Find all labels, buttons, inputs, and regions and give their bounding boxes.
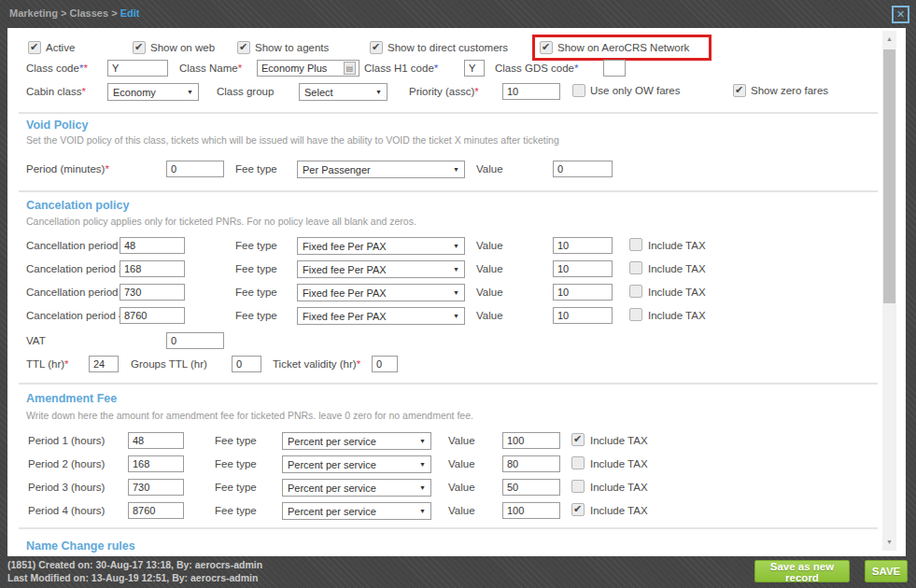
dropdown-arrow-icon: ▼ <box>419 461 426 468</box>
vat-input[interactable] <box>166 332 224 349</box>
ticket-validity-label: Ticket validity (hr)* <box>273 358 360 370</box>
class-name-label: Class Name* <box>179 63 242 74</box>
section-divider <box>19 527 878 529</box>
void-policy-description: Set the VOID policy of this class, ticke… <box>26 134 559 146</box>
show-to-agents-label: Show to agents <box>255 42 329 53</box>
show-zero-fares-checkbox[interactable] <box>733 84 746 97</box>
select-value: Fixed fee Per PAX <box>303 311 387 322</box>
cancellation-period-1-input[interactable] <box>120 237 185 254</box>
value-label: Value <box>448 435 475 446</box>
dropdown-arrow-icon: ▼ <box>187 89 193 95</box>
amendment-period-4-label: Period 4 (hours) <box>28 505 105 516</box>
void-fee-type-select[interactable]: Per Passenger▼ <box>297 161 465 178</box>
class-group-select[interactable]: Select▼ <box>299 83 388 101</box>
cancellation-fee-type-3-select[interactable]: Fixed fee Per PAX▼ <box>297 284 465 301</box>
cabin-class-select[interactable]: Economy▼ <box>107 83 199 101</box>
show-zero-fares-label: Show zero fares <box>751 85 828 96</box>
show-on-web-checkbox[interactable] <box>133 41 146 54</box>
amendment-include-tax-2-checkbox[interactable] <box>571 456 585 469</box>
class-h1-code-input[interactable] <box>464 60 485 77</box>
edit-class-dialog: Active Show on web Show to agents Show t… <box>7 28 906 556</box>
section-divider <box>19 112 878 114</box>
show-on-aerocrs-network-checkbox[interactable] <box>540 41 553 54</box>
cancellation-value-3-input[interactable] <box>553 284 613 301</box>
amendment-value-4-input[interactable] <box>502 502 560 519</box>
class-group-label: Class group <box>217 86 274 97</box>
fee-type-label: Fee type <box>215 505 257 516</box>
scrollbar-up-icon[interactable]: ▲ <box>882 33 896 46</box>
void-period-input[interactable] <box>166 161 224 177</box>
amendment-fee-type-2-select[interactable]: Percent per service▼ <box>282 455 431 473</box>
fee-type-label: Fee type <box>215 435 257 446</box>
scrollbar[interactable]: ▲ ▼ <box>882 31 896 551</box>
use-only-ow-fares-label: Use only OW fares <box>590 85 681 96</box>
show-to-direct-customers-checkbox[interactable] <box>370 41 383 54</box>
include-tax-label: Include TAX <box>590 435 648 446</box>
groups-ttl-label: Groups TTL (hr) <box>131 358 207 370</box>
amendment-include-tax-1-checkbox[interactable] <box>571 433 585 446</box>
name-change-rules-title: Name Change rules <box>26 539 135 553</box>
void-period-label: Period (minutes)* <box>26 163 109 175</box>
cancellation-period-2-input[interactable] <box>120 260 185 277</box>
cancellation-value-4-input[interactable] <box>553 307 613 324</box>
select-value: Fixed fee Per PAX <box>303 287 387 299</box>
show-on-web-label: Show on web <box>150 42 215 53</box>
amendment-include-tax-4-checkbox[interactable] <box>571 503 585 516</box>
amendment-value-3-input[interactable] <box>502 479 560 496</box>
last-modified-text: Last Modified on: 13-Aug-19 12:51, By: a… <box>7 572 258 583</box>
cancellation-value-1-input[interactable] <box>553 237 613 254</box>
cancellation-include-tax-1-checkbox[interactable] <box>629 238 642 251</box>
class-gds-code-input[interactable] <box>603 60 626 77</box>
cancellation-include-tax-4-checkbox[interactable] <box>629 308 642 321</box>
amendment-period-1-label: Period 1 (hours) <box>28 435 105 446</box>
cancellation-include-tax-3-checkbox[interactable] <box>629 285 642 298</box>
show-to-direct-customers-label: Show to direct customers <box>388 42 508 53</box>
select-value: Select <box>304 87 333 98</box>
amendment-period-3-input[interactable] <box>128 479 184 496</box>
groups-ttl-input[interactable] <box>232 356 261 372</box>
fee-type-label: Fee type <box>235 310 277 321</box>
amendment-include-tax-3-checkbox[interactable] <box>571 480 585 493</box>
breadcrumb: Marketing > Classes > Edit <box>9 7 139 19</box>
class-code-input[interactable] <box>107 60 168 77</box>
cancellation-fee-type-2-select[interactable]: Fixed fee Per PAX▼ <box>297 260 465 278</box>
ttl-input[interactable] <box>89 356 119 372</box>
save-button[interactable]: SAVE <box>865 560 908 582</box>
void-value-input[interactable] <box>553 161 613 177</box>
fee-type-label: Fee type <box>235 240 277 251</box>
cancellation-period-3-input[interactable] <box>120 284 185 301</box>
value-label: Value <box>476 240 503 251</box>
ticket-validity-input[interactable] <box>372 356 398 372</box>
fee-type-label: Fee type <box>215 458 257 469</box>
amendment-period-2-input[interactable] <box>128 455 184 472</box>
amendment-value-1-input[interactable] <box>502 432 560 449</box>
cancellation-period-4-input[interactable] <box>120 307 185 324</box>
save-as-new-record-button[interactable]: Save as new record <box>754 560 850 582</box>
active-checkbox[interactable] <box>28 41 41 54</box>
priority-input[interactable] <box>502 83 560 100</box>
amendment-period-4-input[interactable] <box>128 502 184 519</box>
use-only-ow-fares-checkbox[interactable] <box>572 84 585 97</box>
title-bar: Marketing > Classes > Edit ✕ <box>0 0 916 28</box>
dropdown-arrow-icon: ▼ <box>453 243 459 249</box>
amendment-fee-type-1-select[interactable]: Percent per service▼ <box>282 432 431 450</box>
select-value: Economy <box>113 87 156 98</box>
amendment-period-1-input[interactable] <box>128 432 184 449</box>
value-label: Value <box>448 458 475 469</box>
section-divider <box>19 383 878 385</box>
cancellation-fee-type-4-select[interactable]: Fixed fee Per PAX▼ <box>297 307 465 325</box>
scrollbar-thumb[interactable] <box>883 49 895 303</box>
amendment-value-2-input[interactable] <box>502 455 560 472</box>
cancellation-value-2-input[interactable] <box>553 260 613 277</box>
cancellation-fee-type-1-select[interactable]: Fixed fee Per PAX▼ <box>297 237 465 255</box>
amendment-fee-type-4-select[interactable]: Percent per service▼ <box>282 502 431 520</box>
created-on-text: (1851) Created on: 30-Aug-17 13:18, By: … <box>7 559 262 570</box>
cancellation-include-tax-2-checkbox[interactable] <box>629 261 642 274</box>
close-icon[interactable]: ✕ <box>892 6 909 23</box>
amendment-fee-type-3-select[interactable]: Percent per service▼ <box>282 479 431 497</box>
scrollbar-down-icon[interactable]: ▼ <box>882 536 896 549</box>
translation-icon[interactable]: ▤ <box>344 62 356 75</box>
class-h1-code-label: Class H1 code* <box>364 63 438 74</box>
include-tax-label: Include TAX <box>590 505 648 516</box>
show-to-agents-checkbox[interactable] <box>237 41 250 54</box>
